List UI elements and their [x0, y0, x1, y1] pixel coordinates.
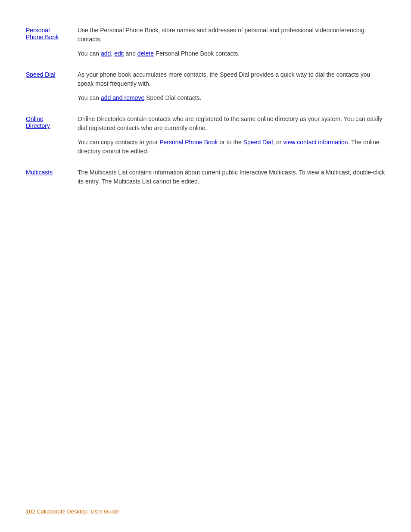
online-directory-link[interactable]: OnlineDirectory — [26, 115, 50, 129]
desc-col-online-directory: Online Directories contain contacts who … — [78, 115, 385, 156]
desc-col-speed-dial: As your phone book accumulates more cont… — [78, 70, 385, 103]
link-col-speed-dial: Speed Dial — [26, 70, 78, 78]
row-personal-phone-book: PersonalPhone Book Use the Personal Phon… — [26, 26, 385, 58]
personal-phone-book-desc2: You can add, edit and delete Personal Ph… — [78, 49, 385, 58]
link-col-personal-phone-book: PersonalPhone Book — [26, 26, 78, 40]
desc-col-personal-phone-book: Use the Personal Phone Book, store names… — [78, 26, 385, 58]
page-container: PersonalPhone Book Use the Personal Phon… — [0, 0, 411, 224]
link-col-online-directory: OnlineDirectory — [26, 115, 78, 129]
link-col-multicasts: Multicasts — [26, 168, 78, 176]
speed-dial-link2[interactable]: Speed Dial — [243, 139, 273, 146]
edit-link[interactable]: edit — [114, 50, 124, 57]
desc-col-multicasts: The Multicasts List contains information… — [78, 168, 385, 186]
add-remove-link[interactable]: add and remove — [101, 94, 144, 101]
add-link[interactable]: add — [101, 50, 111, 57]
row-online-directory: OnlineDirectory Online Directories conta… — [26, 115, 385, 156]
multicasts-desc1: The Multicasts List contains information… — [78, 168, 385, 186]
personal-phone-book-link2[interactable]: Personal Phone Book — [159, 139, 218, 146]
page-footer: 102 Collaborate Desktop: User Guide — [26, 508, 119, 515]
speed-dial-desc1: As your phone book accumulates more cont… — [78, 70, 385, 88]
speed-dial-desc2: You can add and remove Speed Dial contac… — [78, 93, 385, 103]
multicasts-link[interactable]: Multicasts — [26, 169, 53, 176]
personal-phone-book-link[interactable]: PersonalPhone Book — [26, 27, 59, 40]
personal-phone-book-desc1: Use the Personal Phone Book, store names… — [78, 26, 385, 44]
row-multicasts: Multicasts The Multicasts List contains … — [26, 168, 385, 186]
speed-dial-link[interactable]: Speed Dial — [26, 71, 56, 78]
online-directory-desc1: Online Directories contain contacts who … — [78, 115, 385, 133]
online-directory-desc2: You can copy contacts to your Personal P… — [78, 138, 385, 156]
row-speed-dial: Speed Dial As your phone book accumulate… — [26, 70, 385, 103]
view-contact-info-link[interactable]: view contact information — [283, 139, 348, 146]
delete-link[interactable]: delete — [137, 50, 154, 57]
